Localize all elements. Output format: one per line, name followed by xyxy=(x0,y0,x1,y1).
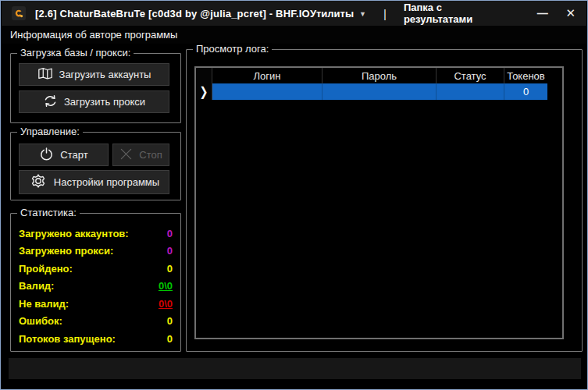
column-header-login[interactable]: Логин xyxy=(212,68,323,83)
app-window: [2.6] ChaturBateBruTe [c0d3d by @julia_p… xyxy=(0,0,588,390)
chevron-down-icon: ▼ xyxy=(359,10,366,18)
cell-login xyxy=(212,83,323,100)
close-button[interactable]: ✕ xyxy=(557,1,585,26)
menu-bar: Информация об авторе программы xyxy=(2,26,586,44)
stat-threads: Потоков запущено: 0 xyxy=(19,330,173,348)
progress-bar xyxy=(9,358,581,379)
table-row-selected[interactable]: ❯ 0 xyxy=(196,83,562,100)
gear-icon xyxy=(29,172,48,193)
start-button[interactable]: Старт xyxy=(19,144,109,166)
column-header-password[interactable]: Пароль xyxy=(323,68,437,83)
row-marker-icon: ❯ xyxy=(200,84,208,99)
stop-label: Стоп xyxy=(139,149,162,161)
menu-results-folder[interactable]: Папка с результатами xyxy=(404,2,499,25)
settings-label: Настройки программы xyxy=(54,176,159,188)
title-menu: Утилиты ▼ | Папка с результатами — ✕ xyxy=(310,1,586,26)
menu-utilities[interactable]: Утилиты ▼ xyxy=(310,8,366,20)
cell-password xyxy=(323,83,437,100)
menu-about-author[interactable]: Информация об авторе программы xyxy=(10,29,177,41)
group-statistics: Статистика: Загружено аккаунтов: 0 Загру… xyxy=(10,213,181,352)
x-icon xyxy=(119,147,133,163)
column-header-tokens[interactable]: Токенов xyxy=(504,68,547,83)
book-icon xyxy=(37,67,53,83)
stat-invalid: Не валид: 0\0 xyxy=(19,295,173,313)
statistics-list: Загружено аккаунтов: 0 Загружено прокси:… xyxy=(19,225,173,348)
cell-status xyxy=(437,83,504,100)
title-bar: [2.6] ChaturBateBruTe [c0d3d by @julia_p… xyxy=(2,1,586,26)
refresh-icon xyxy=(43,94,58,111)
window-title: [2.6] ChaturBateBruTe [c0d3d by @julia_p… xyxy=(35,8,310,20)
load-proxy-button[interactable]: Загрузить прокси xyxy=(19,90,169,113)
stat-errors: Ошибок: 0 xyxy=(19,313,173,331)
stat-loaded-accounts: Загружено аккаунтов: 0 xyxy=(19,225,173,243)
stat-valid: Валид: 0\0 xyxy=(19,278,173,296)
group-statistics-title: Статистика: xyxy=(17,207,80,218)
group-load-title: Загрузка базы / прокси: xyxy=(17,47,134,58)
cell-tokens: 0 xyxy=(504,83,547,100)
log-table-header: Логин Пароль Статус Токенов xyxy=(196,68,562,83)
app-logo-icon xyxy=(12,6,26,20)
column-header-status[interactable]: Статус xyxy=(437,68,504,83)
stat-loaded-proxies: Загружено прокси: 0 xyxy=(19,243,173,261)
row-header-corner xyxy=(196,68,212,83)
group-load-base-proxy: Загрузка базы / прокси: Загрузить аккаун… xyxy=(10,53,181,123)
load-proxy-label: Загрузить прокси xyxy=(64,96,145,108)
stat-processed: Пройдено: 0 xyxy=(19,260,173,278)
start-label: Старт xyxy=(60,149,87,161)
group-log-view: Просмотр лога: Логин Пароль Статус Токен… xyxy=(186,49,583,352)
group-control-title: Управление: xyxy=(17,126,83,137)
stop-button[interactable]: Стоп xyxy=(112,144,169,166)
settings-button[interactable]: Настройки программы xyxy=(19,170,169,194)
group-control: Управление: Старт Стоп xyxy=(10,132,181,200)
menu-separator: | xyxy=(383,7,387,20)
load-accounts-label: Загрузить аккаунты xyxy=(59,69,151,80)
load-accounts-button[interactable]: Загрузить аккаунты xyxy=(19,63,169,86)
group-log-title: Просмотр лога: xyxy=(193,43,272,55)
power-icon xyxy=(39,147,54,164)
row-marker-cell: ❯ xyxy=(196,83,212,100)
minimize-button[interactable]: — xyxy=(529,1,557,26)
log-table: Логин Пароль Статус Токенов ❯ 0 xyxy=(194,66,564,339)
